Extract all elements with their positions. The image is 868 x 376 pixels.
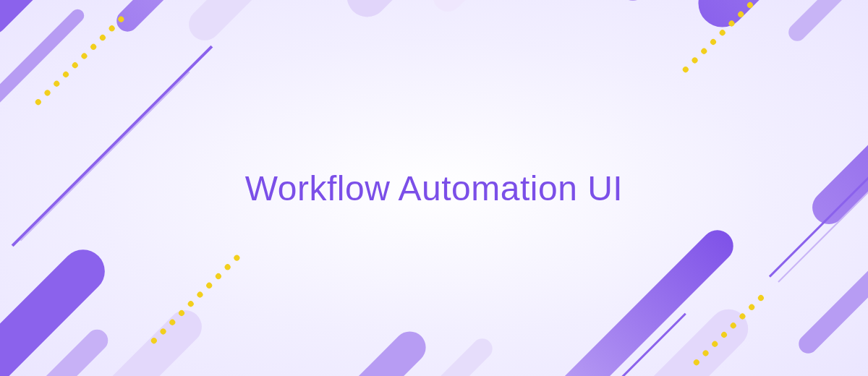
- decorative-line: [12, 46, 213, 247]
- decorative-background: [0, 0, 868, 376]
- decorative-pill: [427, 0, 535, 17]
- decorative-pill: [312, 325, 432, 376]
- decorative-pill: [182, 0, 266, 47]
- decorative-pill: [795, 211, 868, 357]
- decorative-dots: [34, 15, 125, 106]
- decorative-pill: [785, 0, 868, 45]
